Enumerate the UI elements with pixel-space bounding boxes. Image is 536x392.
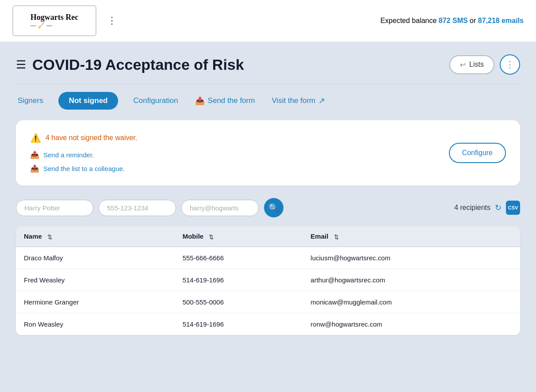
lists-button-label: Lists	[469, 61, 484, 69]
header-actions: ↩ Lists ⋮	[449, 54, 520, 75]
hamburger-icon: ☰	[16, 58, 26, 72]
balance-sms: 872 SMS	[439, 17, 468, 24]
search-button[interactable]: 🔍	[264, 198, 283, 217]
email-filter-input[interactable]	[181, 200, 259, 216]
more-options-button[interactable]: ⋮	[500, 54, 520, 75]
recipients-count: 4 recipients ↻ CSV	[454, 201, 520, 215]
column-email: Email ⇅	[302, 226, 520, 247]
top-bar-menu-button[interactable]: ⋮	[103, 13, 121, 28]
send-list-label: Send the list to a colleague.	[43, 165, 125, 172]
external-link-icon: ↗	[318, 96, 325, 106]
cell-email: ronw@hogwartsrec.com	[302, 313, 520, 335]
tab-send-label: Send the form	[208, 96, 255, 105]
column-mobile: Mobile ⇅	[175, 226, 303, 247]
tab-visit-label: Visit the form	[272, 96, 315, 105]
top-bar: Hogwarts Rec — 🧹 — ⋮ Expected balance 87…	[0, 0, 536, 42]
table-body: Draco Malfoy555-666-6666luciusm@hogwarts…	[16, 247, 520, 335]
cell-mobile: 555-666-6666	[175, 247, 303, 269]
table-row[interactable]: Ron Weasley514-619-1696ronw@hogwartsrec.…	[16, 313, 520, 335]
cell-name: Ron Weasley	[16, 313, 175, 335]
recipients-label: 4 recipients	[454, 204, 490, 212]
sort-mobile-icon[interactable]: ⇅	[209, 234, 214, 240]
balance-or: or	[470, 17, 476, 24]
cell-name: Fred Weasley	[16, 269, 175, 291]
cell-mobile: 500-555-0006	[175, 291, 303, 313]
tab-send-the-form[interactable]: 📤 Send the form	[193, 92, 257, 109]
balance-label: Expected balance	[380, 17, 436, 24]
tab-signers[interactable]: Signers	[16, 93, 45, 109]
lists-button[interactable]: ↩ Lists	[449, 55, 494, 74]
cell-email: monicaw@mugglemail.com	[302, 291, 520, 313]
logo-text: Hogwarts Rec	[31, 13, 78, 23]
table-row[interactable]: Fred Weasley514-619-1696arthur@hogwartsr…	[16, 269, 520, 291]
table-row[interactable]: Hermione Granger500-555-0006monicaw@mugg…	[16, 291, 520, 313]
back-arrow-icon: ↩	[460, 61, 466, 69]
tabs: Signers Not signed Configuration 📤 Send …	[16, 92, 520, 110]
sort-name-icon[interactable]: ⇅	[47, 234, 52, 240]
phone-filter-input[interactable]	[99, 200, 176, 216]
sort-email-icon[interactable]: ⇅	[334, 234, 339, 240]
main-content: ☰ COVID-19 Acceptance of Risk ↩ Lists ⋮ …	[0, 42, 536, 347]
alert-links: 📤 Send a reminder. 📤 Send the list to a …	[30, 150, 137, 173]
table-header: Name ⇅ Mobile ⇅ Email ⇅	[16, 226, 520, 247]
top-bar-left: Hogwarts Rec — 🧹 — ⋮	[12, 5, 121, 36]
send-reminder-icon: 📤	[30, 150, 39, 160]
csv-download-icon[interactable]: CSV	[506, 201, 520, 215]
alert-left: ⚠️ 4 have not signed the waiver. 📤 Send …	[30, 133, 137, 173]
refresh-icon[interactable]: ↻	[495, 203, 502, 213]
warning-icon: ⚠️	[30, 133, 41, 143]
send-list-link[interactable]: 📤 Send the list to a colleague.	[30, 164, 137, 173]
cell-name: Draco Malfoy	[16, 247, 175, 269]
table-wrapper: Name ⇅ Mobile ⇅ Email ⇅ Draco Malfoy555-…	[16, 226, 520, 335]
cell-name: Hermione Granger	[16, 291, 175, 313]
page-header: ☰ COVID-19 Acceptance of Risk ↩ Lists ⋮	[16, 54, 520, 75]
divider	[16, 84, 520, 84]
configure-button[interactable]: Configure	[449, 143, 506, 163]
cell-mobile: 514-619-1696	[175, 269, 303, 291]
name-filter-input[interactable]	[16, 200, 93, 216]
recipients-table: Name ⇅ Mobile ⇅ Email ⇅ Draco Malfoy555-…	[16, 226, 520, 335]
tab-not-signed[interactable]: Not signed	[58, 92, 119, 110]
cell-email: arthur@hogwartsrec.com	[302, 269, 520, 291]
page-title: COVID-19 Acceptance of Risk	[32, 56, 244, 73]
send-reminder-link[interactable]: 📤 Send a reminder.	[30, 150, 137, 160]
alert-warning: ⚠️ 4 have not signed the waiver.	[30, 133, 137, 143]
cell-email: luciusm@hogwartsrec.com	[302, 247, 520, 269]
column-name: Name ⇅	[16, 226, 175, 247]
table-header-row: Name ⇅ Mobile ⇅ Email ⇅	[16, 226, 520, 247]
alert-warning-text: 4 have not signed the waiver.	[46, 134, 137, 142]
send-reminder-label: Send a reminder.	[43, 151, 94, 159]
page-title-area: ☰ COVID-19 Acceptance of Risk	[16, 56, 244, 73]
table-row[interactable]: Draco Malfoy555-666-6666luciusm@hogwarts…	[16, 247, 520, 269]
alert-card: ⚠️ 4 have not signed the waiver. 📤 Send …	[16, 120, 520, 186]
tab-configuration[interactable]: Configuration	[131, 93, 180, 109]
balance-info: Expected balance 872 SMS or 87,218 email…	[380, 17, 524, 25]
tab-visit-the-form[interactable]: Visit the form ↗	[270, 92, 327, 109]
balance-emails: 87,218 emails	[478, 17, 524, 24]
send-list-icon: 📤	[30, 164, 39, 173]
filter-row: 🔍 4 recipients ↻ CSV	[16, 198, 520, 217]
logo-box: Hogwarts Rec — 🧹 —	[12, 5, 96, 36]
logo-broom: — 🧹 —	[31, 22, 78, 29]
search-icon: 🔍	[268, 203, 279, 213]
cell-mobile: 514-619-1696	[175, 313, 303, 335]
send-form-icon: 📤	[195, 96, 205, 106]
